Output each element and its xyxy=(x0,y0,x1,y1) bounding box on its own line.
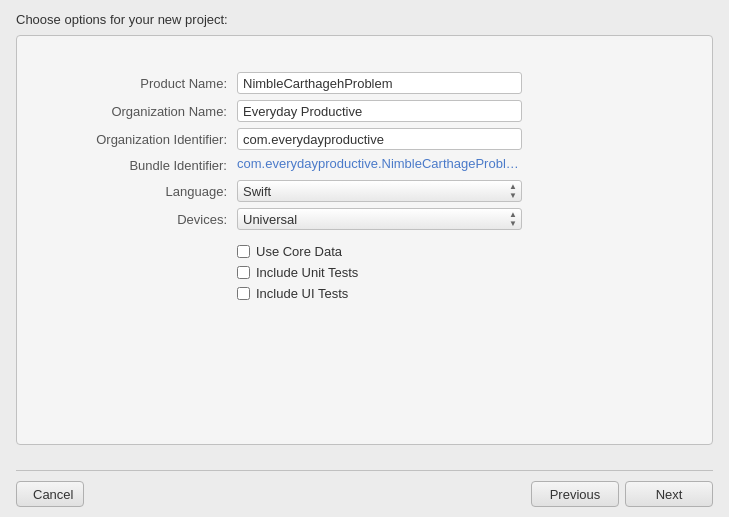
org-name-label: Organization Name: xyxy=(37,100,237,122)
bundle-id-value: com.everydayproductive.NimbleCarthagePro… xyxy=(237,156,522,171)
use-core-data-label: Use Core Data xyxy=(256,244,342,259)
include-ui-tests-item[interactable]: Include UI Tests xyxy=(237,286,692,301)
bundle-id-label: Bundle Identifier: xyxy=(37,156,237,174)
bundle-id-row: Bundle Identifier: com.everydayproductiv… xyxy=(37,156,692,174)
include-ui-tests-label: Include UI Tests xyxy=(256,286,348,301)
checkbox-group: Use Core Data Include Unit Tests Include… xyxy=(237,244,692,301)
org-id-cell xyxy=(237,128,692,150)
org-name-cell xyxy=(237,100,692,122)
language-select[interactable]: Swift Objective-C xyxy=(237,180,522,202)
include-unit-tests-label: Include Unit Tests xyxy=(256,265,358,280)
form-table: Product Name: Organization Name: Organiz… xyxy=(37,66,692,307)
include-unit-tests-item[interactable]: Include Unit Tests xyxy=(237,265,692,280)
dialog-box: Product Name: Organization Name: Organiz… xyxy=(16,35,713,445)
org-id-input[interactable] xyxy=(237,128,522,150)
devices-select[interactable]: Universal iPhone iPad xyxy=(237,208,522,230)
nav-buttons: Previous Next xyxy=(531,481,713,507)
cancel-button[interactable]: Cancel xyxy=(16,481,84,507)
checkboxes-label-spacer xyxy=(37,236,237,301)
org-name-input[interactable] xyxy=(237,100,522,122)
devices-cell: Universal iPhone iPad xyxy=(237,208,692,230)
use-core-data-checkbox[interactable] xyxy=(237,245,250,258)
org-id-row: Organization Identifier: xyxy=(37,128,692,150)
devices-label: Devices: xyxy=(37,208,237,230)
devices-row: Devices: Universal iPhone iPad xyxy=(37,208,692,230)
language-label: Language: xyxy=(37,180,237,202)
checkboxes-cell: Use Core Data Include Unit Tests Include… xyxy=(237,236,692,301)
language-row: Language: Swift Objective-C xyxy=(37,180,692,202)
bottom-bar: Cancel Previous Next xyxy=(0,471,729,517)
language-select-wrapper: Swift Objective-C xyxy=(237,180,522,202)
instruction-label: Choose options for your new project: xyxy=(16,12,228,27)
product-name-cell xyxy=(237,72,692,94)
checkboxes-row: Use Core Data Include Unit Tests Include… xyxy=(37,236,692,301)
previous-button[interactable]: Previous xyxy=(531,481,619,507)
include-unit-tests-checkbox[interactable] xyxy=(237,266,250,279)
next-button[interactable]: Next xyxy=(625,481,713,507)
language-cell: Swift Objective-C xyxy=(237,180,692,202)
product-name-label: Product Name: xyxy=(37,72,237,94)
org-id-label: Organization Identifier: xyxy=(37,128,237,150)
product-name-row: Product Name: xyxy=(37,72,692,94)
org-name-row: Organization Name: xyxy=(37,100,692,122)
bundle-id-cell: com.everydayproductive.NimbleCarthagePro… xyxy=(237,156,692,174)
devices-select-wrapper: Universal iPhone iPad xyxy=(237,208,522,230)
use-core-data-item[interactable]: Use Core Data xyxy=(237,244,692,259)
include-ui-tests-checkbox[interactable] xyxy=(237,287,250,300)
product-name-input[interactable] xyxy=(237,72,522,94)
